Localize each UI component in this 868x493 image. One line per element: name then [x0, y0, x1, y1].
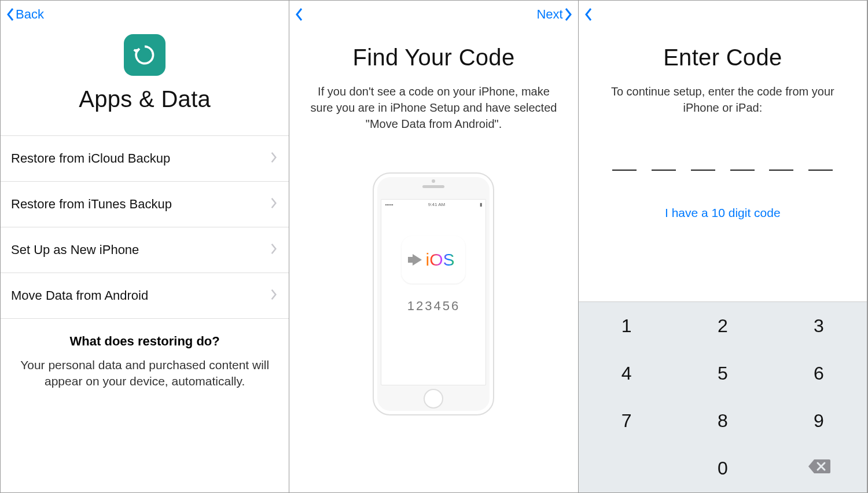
- keypad-key-7[interactable]: 7: [579, 398, 675, 445]
- signal-icon: •••••: [385, 202, 393, 207]
- code-digit-slot: [769, 160, 793, 171]
- keypad-key-1[interactable]: 1: [579, 302, 675, 349]
- keypad-key-5[interactable]: 5: [675, 349, 771, 397]
- keypad-blank: [579, 445, 675, 492]
- option-restore-itunes[interactable]: Restore from iTunes Backup: [1, 182, 289, 227]
- sample-code: 123456: [407, 299, 460, 314]
- phone-screen: ••••• 9:41 AM ▮ iOS 123456: [381, 199, 486, 385]
- page-title: Apps & Data: [1, 86, 289, 112]
- option-restore-icloud[interactable]: Restore from iCloud Backup: [1, 136, 289, 182]
- next-button[interactable]: Next: [536, 7, 572, 22]
- page-subtitle: To continue setup, enter the code from y…: [579, 83, 867, 116]
- phone-statusbar: ••••• 9:41 AM ▮: [381, 202, 486, 207]
- option-label: Move Data from Android: [11, 288, 148, 303]
- back-button[interactable]: [584, 8, 593, 21]
- chevron-left-icon: [295, 8, 303, 21]
- speaker-icon: [422, 185, 444, 188]
- code-digit-slot: [730, 160, 755, 171]
- back-button[interactable]: [295, 8, 303, 21]
- code-digit-slot: [808, 160, 833, 171]
- navbar: Next: [289, 1, 578, 28]
- code-digit-slot: [652, 160, 676, 171]
- option-move-android[interactable]: Move Data from Android: [1, 273, 289, 319]
- move-to-ios-badge: iOS: [402, 236, 465, 284]
- back-button[interactable]: Back: [6, 7, 44, 22]
- phone-illustration: ••••• 9:41 AM ▮ iOS 123456: [289, 172, 578, 415]
- keypad-key-3[interactable]: 3: [771, 302, 867, 349]
- battery-icon: ▮: [480, 202, 482, 207]
- chevron-right-icon: [270, 197, 278, 211]
- option-label: Restore from iCloud Backup: [11, 151, 170, 166]
- keypad-key-4[interactable]: 4: [579, 349, 675, 397]
- keypad-key-6[interactable]: 6: [771, 349, 867, 397]
- backspace-icon: [807, 458, 830, 479]
- enter-code-panel: Enter Code To continue setup, enter the …: [579, 1, 867, 492]
- page-subtitle: If you don't see a code on your iPhone, …: [289, 83, 578, 132]
- restoring-explainer: What does restoring do? Your personal da…: [1, 319, 289, 396]
- keypad-key-2[interactable]: 2: [675, 302, 771, 349]
- chevron-left-icon: [584, 8, 593, 21]
- restore-hero-icon: [124, 34, 165, 76]
- navbar: [579, 1, 867, 28]
- numeric-keypad: 1 2 3 4 5 6 7 8 9 0: [579, 301, 867, 492]
- options-list: Restore from iCloud Backup Restore from …: [1, 135, 289, 319]
- keypad-key-8[interactable]: 8: [675, 398, 771, 445]
- chevron-left-icon: [6, 8, 14, 21]
- footer-heading: What does restoring do?: [18, 334, 271, 349]
- chevron-right-icon: [270, 152, 278, 165]
- code-digit-slot: [691, 160, 715, 171]
- keypad-key-9[interactable]: 9: [771, 398, 867, 445]
- iphone-frame: ••••• 9:41 AM ▮ iOS 123456: [373, 172, 494, 415]
- page-title: Find Your Code: [289, 45, 578, 71]
- option-label: Restore from iTunes Backup: [11, 197, 172, 212]
- chevron-right-icon: [564, 8, 572, 21]
- chevron-right-icon: [270, 243, 278, 257]
- navbar: Back: [1, 1, 289, 28]
- back-label: Back: [16, 7, 44, 22]
- keypad-key-0[interactable]: 0: [675, 445, 771, 492]
- chevron-right-icon: [270, 289, 278, 303]
- ten-digit-code-link[interactable]: I have a 10 digit code: [579, 206, 867, 220]
- find-your-code-panel: Next Find Your Code If you don't see a c…: [289, 1, 578, 492]
- status-time: 9:41 AM: [428, 202, 445, 207]
- code-digit-slot: [612, 160, 637, 171]
- option-setup-new[interactable]: Set Up as New iPhone: [1, 227, 289, 273]
- option-label: Set Up as New iPhone: [11, 242, 139, 257]
- footer-body: Your personal data and purchased content…: [18, 357, 271, 390]
- page-title: Enter Code: [579, 45, 867, 71]
- home-button-icon: [424, 389, 443, 409]
- apps-and-data-panel: Back Apps & Data Restore from iCloud Bac…: [1, 1, 289, 492]
- next-label: Next: [536, 7, 562, 22]
- ios-wordmark: iOS: [425, 250, 454, 270]
- camera-dot-icon: [432, 179, 435, 183]
- arrow-right-icon: [413, 254, 422, 266]
- code-input[interactable]: [579, 156, 867, 175]
- keypad-delete-button[interactable]: [771, 445, 867, 492]
